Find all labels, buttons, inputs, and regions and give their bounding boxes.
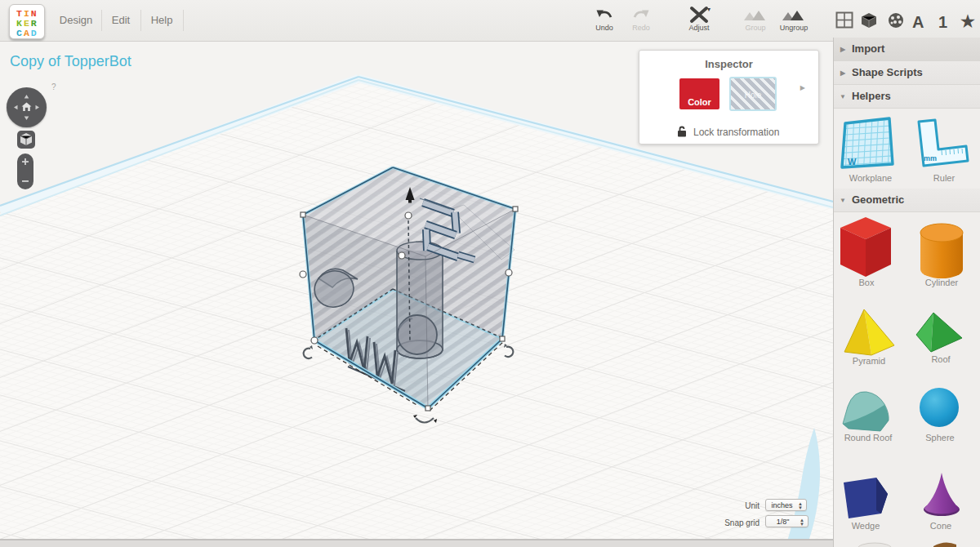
svg-text:Cone: Cone xyxy=(930,521,951,531)
svg-text:Sphere: Sphere xyxy=(925,433,954,442)
svg-text:Roof: Roof xyxy=(931,354,951,364)
svg-text:mm: mm xyxy=(924,154,937,162)
svg-text:Ruler: Ruler xyxy=(933,173,956,183)
svg-text:▾: ▾ xyxy=(707,6,710,13)
svg-text:Pyramid: Pyramid xyxy=(853,356,885,366)
svg-text:Box: Box xyxy=(859,278,875,287)
svg-text:Cylinder: Cylinder xyxy=(925,278,959,287)
svg-text:Workplane: Workplane xyxy=(849,173,892,183)
svg-text:W: W xyxy=(848,157,857,167)
svg-text:Wedge: Wedge xyxy=(852,521,880,531)
svg-text:Round Roof: Round Roof xyxy=(844,433,893,442)
